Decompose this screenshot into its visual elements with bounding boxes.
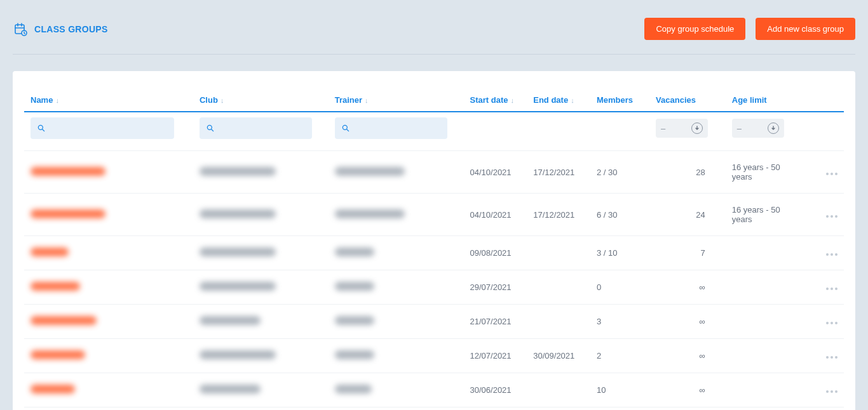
col-header-trainer[interactable]: Trainer↓	[329, 90, 464, 112]
start-date-cell: 30/06/2021	[464, 373, 527, 407]
trainer-name-redacted	[335, 316, 374, 325]
col-header-club[interactable]: Club↓	[193, 90, 329, 112]
group-name-redacted[interactable]	[31, 209, 105, 218]
table-row: 04/10/202117/12/20216 / 302416 years - 5…	[24, 194, 844, 236]
members-cell: 0	[590, 270, 649, 305]
trainer-name-redacted	[335, 282, 374, 291]
row-actions-menu[interactable]	[808, 288, 837, 290]
table-row: 12/07/202130/09/20212∞	[24, 339, 844, 373]
copy-group-schedule-button[interactable]: Copy group schedule	[644, 18, 745, 40]
search-icon	[206, 124, 215, 133]
start-date-cell: 04/10/2021	[464, 151, 527, 194]
class-groups-icon	[13, 22, 28, 37]
vacancies-cell: ∞	[649, 407, 726, 411]
start-date-cell: 21/07/2021	[464, 305, 527, 339]
trainer-name-redacted	[335, 385, 372, 393]
col-header-age-limit: Age limit	[726, 90, 802, 112]
page-title: CLASS GROUPS	[34, 24, 108, 34]
svg-point-3	[207, 125, 212, 129]
members-cell: 10	[590, 373, 649, 407]
sort-arrow-icon: ↓	[365, 96, 369, 104]
col-header-members: Members	[590, 90, 649, 112]
class-groups-table-card: Name↓ Club↓ Trainer↓ Start date↓ End dat…	[13, 71, 855, 410]
vacancies-cell: ∞	[649, 270, 726, 305]
table-row: 30/06/202110∞	[24, 373, 844, 407]
age-limit-cell	[726, 373, 802, 407]
start-date-cell: 29/07/2021	[464, 270, 527, 305]
club-name-redacted	[200, 167, 276, 176]
club-search-input[interactable]	[200, 117, 312, 139]
club-name-redacted	[200, 385, 261, 393]
members-cell: 6 / 30	[590, 194, 649, 236]
trainer-name-redacted	[335, 209, 405, 218]
table-row: 20/05/20211∞	[24, 407, 844, 411]
age-limit-cell: 16 years - 50 years	[726, 194, 802, 236]
end-date-cell	[527, 407, 590, 411]
vacancies-cell: ∞	[649, 373, 726, 407]
vacancies-range-filter[interactable]: –	[656, 119, 708, 138]
age-limit-cell	[726, 407, 802, 411]
name-search-input[interactable]	[31, 117, 174, 139]
col-header-start-date[interactable]: Start date↓	[464, 90, 527, 112]
age-limit-cell: 16 years - 50 years	[726, 151, 802, 194]
trainer-search-input[interactable]	[335, 117, 447, 139]
end-date-cell: 17/12/2021	[527, 194, 590, 236]
range-dash: –	[737, 124, 742, 133]
end-date-cell	[527, 373, 590, 407]
group-name-redacted[interactable]	[31, 316, 97, 325]
svg-point-4	[342, 125, 347, 129]
age-limit-cell	[726, 339, 802, 373]
table-row: 09/08/20213 / 107	[24, 236, 844, 270]
col-header-name[interactable]: Name↓	[24, 90, 193, 112]
group-name-redacted[interactable]	[31, 385, 75, 393]
table-row: 21/07/20213∞	[24, 305, 844, 339]
range-dash: –	[661, 124, 665, 133]
filter-row: – –	[24, 112, 844, 151]
table-row: 04/10/202117/12/20212 / 302816 years - 5…	[24, 151, 844, 194]
col-header-end-date[interactable]: End date↓	[527, 90, 590, 112]
age-limit-cell	[726, 305, 802, 339]
table-row: 29/07/20210∞	[24, 270, 844, 305]
sort-arrow-icon: ↓	[571, 96, 574, 104]
col-header-vacancies: Vacancies	[649, 90, 726, 112]
group-name-redacted[interactable]	[31, 282, 80, 291]
sort-arrow-icon: ↓	[220, 96, 224, 104]
start-date-cell: 12/07/2021	[464, 339, 527, 373]
trainer-name-redacted	[335, 167, 405, 176]
row-actions-menu[interactable]	[808, 253, 837, 256]
row-actions-menu[interactable]	[808, 356, 837, 359]
start-date-cell: 20/05/2021	[464, 407, 527, 411]
trainer-name-redacted	[335, 350, 374, 359]
add-new-class-group-button[interactable]: Add new class group	[756, 18, 855, 40]
group-name-redacted[interactable]	[31, 167, 105, 176]
search-icon	[341, 124, 350, 133]
vacancies-cell: 24	[649, 194, 726, 236]
sort-arrow-icon: ↓	[510, 96, 514, 104]
trainer-name-redacted	[335, 248, 374, 256]
row-actions-menu[interactable]	[808, 215, 837, 218]
members-cell: 3 / 10	[590, 236, 649, 270]
club-name-redacted	[200, 316, 261, 325]
vacancies-cell: 7	[649, 236, 726, 270]
age-range-filter[interactable]: –	[732, 119, 784, 138]
members-cell: 2 / 30	[590, 151, 649, 194]
sort-arrow-icon: ↓	[55, 96, 59, 104]
end-date-cell	[527, 305, 590, 339]
row-actions-menu[interactable]	[808, 173, 837, 175]
arrow-down-circle-icon	[691, 122, 703, 134]
members-cell[interactable]: 3	[590, 305, 649, 339]
svg-point-2	[38, 125, 43, 129]
end-date-cell	[527, 236, 590, 270]
search-icon	[37, 124, 46, 133]
col-header-actions	[801, 90, 844, 112]
row-actions-menu[interactable]	[808, 390, 837, 393]
row-actions-menu[interactable]	[808, 322, 837, 324]
age-limit-cell	[726, 270, 802, 305]
age-limit-cell	[726, 236, 802, 270]
class-groups-table: Name↓ Club↓ Trainer↓ Start date↓ End dat…	[24, 90, 844, 410]
arrow-down-circle-icon	[768, 122, 779, 134]
group-name-redacted[interactable]	[31, 248, 69, 256]
end-date-cell: 30/09/2021	[527, 339, 590, 373]
start-date-cell: 04/10/2021	[464, 194, 527, 236]
group-name-redacted[interactable]	[31, 350, 85, 359]
